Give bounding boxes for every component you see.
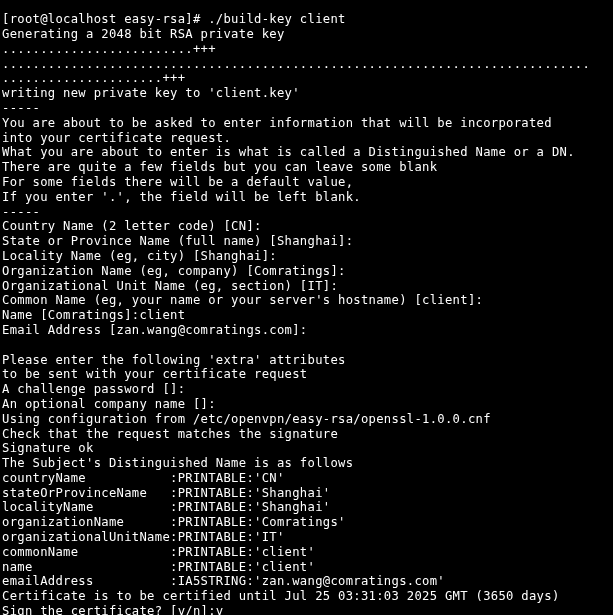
terminal-line: Certificate is to be certified until Jul… bbox=[2, 589, 611, 604]
terminal-line: ----- bbox=[2, 205, 611, 220]
terminal-line: emailAddress :IA5STRING:'zan.wang@comrat… bbox=[2, 574, 611, 589]
terminal-line: [root@localhost easy-rsa]# ./build-key c… bbox=[2, 12, 611, 27]
terminal-line: What you are about to enter is what is c… bbox=[2, 145, 611, 160]
terminal-line: There are quite a few fields but you can… bbox=[2, 160, 611, 175]
terminal-line: Signature ok bbox=[2, 441, 611, 456]
terminal-line: countryName :PRINTABLE:'CN' bbox=[2, 471, 611, 486]
terminal-line: Sign the certificate? [y/n]:y bbox=[2, 604, 611, 615]
terminal-line: The Subject's Distinguished Name is as f… bbox=[2, 456, 611, 471]
terminal-line: Using configuration from /etc/openvpn/ea… bbox=[2, 412, 611, 427]
terminal-output[interactable]: [root@localhost easy-rsa]# ./build-key c… bbox=[0, 12, 613, 615]
terminal-line: to be sent with your certificate request bbox=[2, 367, 611, 382]
terminal-line: .........................+++ bbox=[2, 42, 611, 57]
terminal-line: writing new private key to 'client.key' bbox=[2, 86, 611, 101]
terminal-line: Organizational Unit Name (eg, section) [… bbox=[2, 279, 611, 294]
terminal-line: Email Address [zan.wang@comratings.com]: bbox=[2, 323, 611, 338]
terminal-line: ----- bbox=[2, 101, 611, 116]
terminal-line: Common Name (eg, your name or your serve… bbox=[2, 293, 611, 308]
terminal-line: You are about to be asked to enter infor… bbox=[2, 116, 611, 131]
terminal-line: An optional company name []: bbox=[2, 397, 611, 412]
terminal-line: Organization Name (eg, company) [Comrati… bbox=[2, 264, 611, 279]
terminal-line: commonName :PRINTABLE:'client' bbox=[2, 545, 611, 560]
terminal-line: Country Name (2 letter code) [CN]: bbox=[2, 219, 611, 234]
terminal-line: Name [Comratings]:client bbox=[2, 308, 611, 323]
terminal-line: Generating a 2048 bit RSA private key bbox=[2, 27, 611, 42]
terminal-line: ........................................… bbox=[2, 57, 611, 72]
terminal-line: Locality Name (eg, city) [Shanghai]: bbox=[2, 249, 611, 264]
terminal-line: into your certificate request. bbox=[2, 131, 611, 146]
terminal-line: organizationName :PRINTABLE:'Comratings' bbox=[2, 515, 611, 530]
terminal-line: .....................+++ bbox=[2, 71, 611, 86]
terminal-line: stateOrProvinceName :PRINTABLE:'Shanghai… bbox=[2, 486, 611, 501]
terminal-line: Please enter the following 'extra' attri… bbox=[2, 353, 611, 368]
terminal-line: State or Province Name (full name) [Shan… bbox=[2, 234, 611, 249]
terminal-line: For some fields there will be a default … bbox=[2, 175, 611, 190]
terminal-line: A challenge password []: bbox=[2, 382, 611, 397]
terminal-line: localityName :PRINTABLE:'Shanghai' bbox=[2, 500, 611, 515]
terminal-line bbox=[2, 338, 611, 353]
terminal-line: Check that the request matches the signa… bbox=[2, 427, 611, 442]
terminal-line: name :PRINTABLE:'client' bbox=[2, 560, 611, 575]
terminal-line: If you enter '.', the field will be left… bbox=[2, 190, 611, 205]
terminal-line: organizationalUnitName:PRINTABLE:'IT' bbox=[2, 530, 611, 545]
